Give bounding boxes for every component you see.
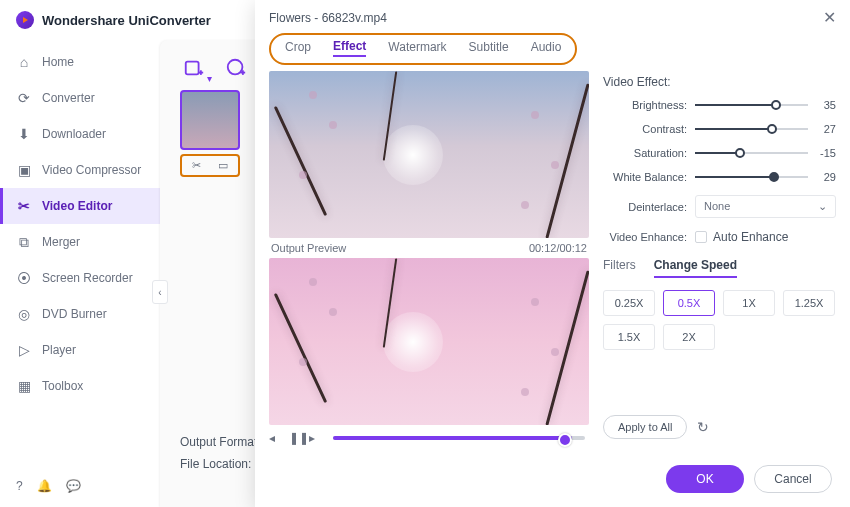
preview-original bbox=[269, 71, 589, 238]
sidebar-item-compressor[interactable]: ▣Video Compressor bbox=[0, 152, 160, 188]
playback-controls: ◂ ❚❚ ▸ bbox=[269, 431, 589, 445]
speed-025x[interactable]: 0.25X bbox=[603, 290, 655, 316]
contrast-label: Contrast: bbox=[603, 123, 695, 135]
tab-audio[interactable]: Audio bbox=[531, 40, 562, 56]
white-balance-value: 29 bbox=[808, 171, 836, 183]
white-balance-row: White Balance: 29 bbox=[603, 171, 836, 183]
sidebar-item-home[interactable]: ⌂Home bbox=[0, 44, 160, 80]
editor-icon: ✂ bbox=[16, 198, 32, 214]
saturation-slider[interactable] bbox=[695, 152, 808, 154]
collapse-sidebar-icon[interactable]: ‹ bbox=[152, 280, 168, 304]
ok-button[interactable]: OK bbox=[666, 465, 744, 493]
crop-icon[interactable]: ▭ bbox=[218, 159, 228, 172]
sidebar-item-screen-recorder[interactable]: ⦿Screen Recorder bbox=[0, 260, 160, 296]
recorder-icon: ⦿ bbox=[16, 270, 32, 286]
add-clip-button[interactable] bbox=[222, 54, 250, 82]
output-preview-label: Output Preview bbox=[271, 242, 346, 254]
modal-footer: OK Cancel bbox=[255, 455, 850, 507]
tab-subtitle[interactable]: Subtitle bbox=[469, 40, 509, 56]
chat-icon[interactable]: 💬 bbox=[66, 479, 81, 493]
cancel-button[interactable]: Cancel bbox=[754, 465, 832, 493]
sidebar-item-downloader[interactable]: ⬇Downloader bbox=[0, 116, 160, 152]
home-icon: ⌂ bbox=[16, 54, 32, 70]
app-title: Wondershare UniConverter bbox=[42, 13, 211, 28]
sidebar-item-label: Video Compressor bbox=[42, 163, 141, 177]
converter-icon: ⟳ bbox=[16, 90, 32, 106]
effects-panel: Video Effect: Brightness: 35 Contrast: 2… bbox=[603, 71, 836, 445]
sidebar-item-label: Converter bbox=[42, 91, 95, 105]
deinterlace-select[interactable]: None ⌄ bbox=[695, 195, 836, 218]
modal-header: Flowers - 66823v.mp4 ✕ bbox=[255, 0, 850, 33]
sidebar-item-dvd-burner[interactable]: ◎DVD Burner bbox=[0, 296, 160, 332]
deinterlace-row: Deinterlace: None ⌄ bbox=[603, 195, 836, 218]
sub-tab-filters[interactable]: Filters bbox=[603, 258, 636, 278]
modal-filename: Flowers - 66823v.mp4 bbox=[269, 11, 387, 25]
sidebar-item-label: Toolbox bbox=[42, 379, 83, 393]
saturation-label: Saturation: bbox=[603, 147, 695, 159]
modal-body: Output Preview 00:12/00:12 ◂ ❚❚ ▸ Video … bbox=[255, 65, 850, 455]
compressor-icon: ▣ bbox=[16, 162, 32, 178]
video-enhance-row: Video Enhance: Auto Enhance bbox=[603, 230, 836, 244]
video-thumbnail[interactable] bbox=[180, 90, 240, 150]
sidebar-item-label: Merger bbox=[42, 235, 80, 249]
progress-bar[interactable] bbox=[333, 436, 585, 440]
thumbnail-tools: ✂ ▭ bbox=[180, 154, 240, 177]
sub-tab-change-speed[interactable]: Change Speed bbox=[654, 258, 737, 278]
chevron-down-icon: ⌄ bbox=[818, 200, 827, 213]
brightness-slider[interactable] bbox=[695, 104, 808, 106]
apply-to-all-button[interactable]: Apply to All bbox=[603, 415, 687, 439]
next-frame-icon[interactable]: ▸ bbox=[309, 431, 323, 445]
sidebar-item-label: DVD Burner bbox=[42, 307, 107, 321]
svg-rect-0 bbox=[186, 62, 199, 75]
tab-effect[interactable]: Effect bbox=[333, 39, 366, 57]
speed-options: 0.25X 0.5X 1X 1.25X 1.5X 2X bbox=[603, 290, 836, 350]
video-effect-heading: Video Effect: bbox=[603, 75, 836, 89]
reset-icon[interactable]: ↻ bbox=[697, 419, 709, 435]
brightness-row: Brightness: 35 bbox=[603, 99, 836, 111]
tab-crop[interactable]: Crop bbox=[285, 40, 311, 56]
sidebar-item-player[interactable]: ▷Player bbox=[0, 332, 160, 368]
preview-column: Output Preview 00:12/00:12 ◂ ❚❚ ▸ bbox=[269, 71, 589, 445]
brightness-label: Brightness: bbox=[603, 99, 695, 111]
sidebar-item-merger[interactable]: ⧉Merger bbox=[0, 224, 160, 260]
toolbox-icon: ▦ bbox=[16, 378, 32, 394]
white-balance-label: White Balance: bbox=[603, 171, 695, 183]
contrast-row: Contrast: 27 bbox=[603, 123, 836, 135]
prev-frame-icon[interactable]: ◂ bbox=[269, 431, 283, 445]
speed-2x[interactable]: 2X bbox=[663, 324, 715, 350]
white-balance-slider[interactable] bbox=[695, 176, 808, 178]
tab-watermark[interactable]: Watermark bbox=[388, 40, 446, 56]
bell-icon[interactable]: 🔔 bbox=[37, 479, 52, 493]
sidebar-item-label: Screen Recorder bbox=[42, 271, 133, 285]
time-display: 00:12/00:12 bbox=[529, 242, 587, 254]
speed-1x[interactable]: 1X bbox=[723, 290, 775, 316]
saturation-row: Saturation: -15 bbox=[603, 147, 836, 159]
downloader-icon: ⬇ bbox=[16, 126, 32, 142]
sidebar-footer: ? 🔔 💬 bbox=[0, 465, 160, 507]
dvd-icon: ◎ bbox=[16, 306, 32, 322]
auto-enhance-label: Auto Enhance bbox=[713, 230, 788, 244]
saturation-value: -15 bbox=[808, 147, 836, 159]
sidebar-item-video-editor[interactable]: ✂Video Editor bbox=[0, 188, 160, 224]
player-icon: ▷ bbox=[16, 342, 32, 358]
speed-05x[interactable]: 0.5X bbox=[663, 290, 715, 316]
close-icon[interactable]: ✕ bbox=[823, 8, 836, 27]
auto-enhance-checkbox[interactable] bbox=[695, 231, 707, 243]
effect-editor-modal: Flowers - 66823v.mp4 ✕ Crop Effect Water… bbox=[255, 0, 850, 507]
modal-tabs: Crop Effect Watermark Subtitle Audio bbox=[269, 33, 577, 65]
sidebar-item-label: Home bbox=[42, 55, 74, 69]
sidebar-item-converter[interactable]: ⟳Converter bbox=[0, 80, 160, 116]
sidebar: ⌂Home ⟳Converter ⬇Downloader ▣Video Comp… bbox=[0, 40, 160, 507]
sidebar-item-label: Player bbox=[42, 343, 76, 357]
speed-15x[interactable]: 1.5X bbox=[603, 324, 655, 350]
sidebar-item-toolbox[interactable]: ▦Toolbox bbox=[0, 368, 160, 404]
sidebar-item-label: Downloader bbox=[42, 127, 106, 141]
pause-icon[interactable]: ❚❚ bbox=[289, 431, 303, 445]
add-file-button[interactable]: ▾ bbox=[180, 54, 208, 82]
preview-output bbox=[269, 258, 589, 425]
contrast-slider[interactable] bbox=[695, 128, 808, 130]
svg-point-3 bbox=[228, 60, 243, 75]
cut-icon[interactable]: ✂ bbox=[192, 159, 201, 172]
speed-125x[interactable]: 1.25X bbox=[783, 290, 835, 316]
help-icon[interactable]: ? bbox=[16, 479, 23, 493]
